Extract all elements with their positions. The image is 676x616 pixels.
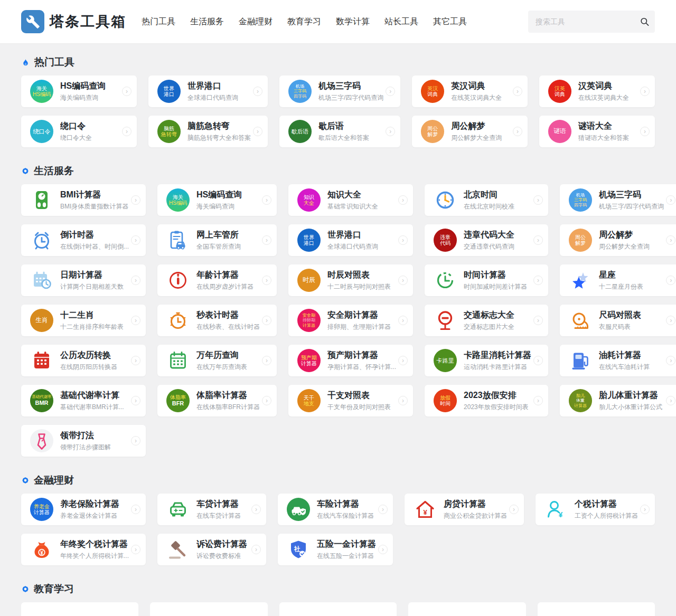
chevron-right-icon: › (262, 316, 271, 325)
top-bar: 塔条工具箱 热门工具生活服务金融理财教育学习数学计算站长工具其它工具 (0, 0, 676, 44)
tool-card-partial[interactable] (408, 602, 525, 616)
tool-card[interactable]: 周公解梦周公解梦周公解梦大全查询› (412, 116, 528, 147)
chevron-right-icon: › (640, 87, 650, 96)
tool-card[interactable]: 秒表计时器在线秒表、在线计时器› (157, 305, 277, 336)
search-input[interactable] (528, 11, 655, 33)
tool-desc: 在线汉英词典大全 (578, 93, 638, 102)
nav-item-5[interactable]: 数学计算 (332, 12, 373, 32)
section-header: 教育学习 (21, 583, 655, 595)
tool-card[interactable]: 油耗计算器在线汽车油耗计算› (560, 345, 676, 376)
tool-info: 年龄计算器在线周岁虚岁计算器 (196, 270, 260, 291)
chevron-right-icon: › (131, 356, 140, 365)
tool-card[interactable]: 领带打法领带打法步骤图解› (21, 425, 146, 457)
tool-card[interactable]: 海关HS编码HS编码查询海关编码查询› (157, 184, 277, 216)
chevron-right-icon: › (131, 235, 140, 245)
tool-card[interactable]: 社五险一金计算器在线五险一金计算器› (278, 534, 393, 565)
tool-card[interactable]: 车险计算器在线汽车保险计算器› (278, 494, 393, 525)
nav-item-3[interactable]: 金融理财 (235, 12, 276, 32)
tool-card-partial[interactable] (21, 602, 138, 616)
tool-desc: 在线汽车油耗计算 (599, 363, 664, 372)
tool-info: 网上车管所全国车管所查询 (196, 230, 260, 251)
tool-card[interactable]: 安全期排卵期计算器安全期计算器排卵期、生理期计算器› (288, 305, 413, 336)
text-badge-icon: 周公解梦 (421, 120, 444, 143)
tool-card-partial[interactable] (150, 602, 267, 616)
tool-card-partial[interactable] (538, 602, 655, 616)
tool-desc: 全国车管所查询 (196, 242, 260, 251)
tool-card[interactable]: 日期计算器计算两个日期相差天数› (21, 264, 146, 296)
tool-card[interactable]: 世界港口世界港口全球港口代码查询› (288, 224, 413, 256)
text-badge-icon: 生肖 (30, 309, 53, 332)
tool-card[interactable]: 海关HS编码HS编码查询海关编码查询› (21, 75, 137, 107)
tool-card[interactable]: 公历农历转换在线阴历阳历转换器› (21, 345, 146, 376)
tool-card[interactable]: ¥房贷计算器商业公积金贷款计算器› (405, 494, 524, 525)
svg-text:¥: ¥ (40, 550, 43, 556)
nav-item-7[interactable]: 其它工具 (429, 12, 471, 32)
tool-info: 歇后语歇后语大全和答案 (318, 121, 383, 143)
tool-card[interactable]: 汉英词典汉英词典在线汉英词典大全› (539, 75, 655, 107)
tool-info: 英汉词典在线英汉词典大全 (451, 81, 511, 102)
tool-card[interactable]: ¥个税计算器工资个人所得税计算器› (536, 494, 655, 525)
tool-card[interactable]: 歇后语歇后语歇后语大全和答案› (279, 116, 400, 147)
tool-card[interactable]: 年龄计算器在线周岁虚岁计算器› (157, 264, 277, 296)
nav-item-4[interactable]: 教育学习 (284, 12, 325, 32)
tool-title: 车险计算器 (317, 499, 376, 510)
tool-card[interactable]: 英汉词典英汉词典在线英汉词典大全› (412, 75, 528, 107)
search-icon[interactable] (640, 17, 650, 27)
tool-card[interactable]: 脑筋急转弯脑筋急转弯脑筋急转弯大全和答案› (148, 116, 268, 147)
tool-card[interactable]: 世界港口世界港口全球港口代码查询› (148, 75, 268, 107)
tool-card[interactable]: 绕口令绕口令绕口令大全› (21, 116, 137, 147)
tool-card[interactable]: 卡路里卡路里消耗计算器运动消耗卡路里计算器› (425, 345, 548, 376)
search-box (528, 11, 655, 33)
tool-card[interactable]: 生肖十二生肖十二生肖排序和年龄表› (21, 305, 146, 336)
tool-info: 交通标志大全交通标志图片大全 (464, 310, 531, 331)
tool-card[interactable]: ¥年终奖个税计算器年终奖个人所得税计算...› (21, 534, 146, 565)
tool-card[interactable]: 车贷计算器在线车贷计算器› (157, 494, 266, 525)
clipboard-car-icon (166, 229, 190, 252)
logo[interactable]: 塔条工具箱 (21, 10, 126, 33)
tool-desc: 排卵期、生理期计算器 (327, 323, 396, 331)
tool-card[interactable]: 天干地支干支对照表干支年份及时间对照表› (288, 385, 413, 416)
nav-item-1[interactable]: 热门工具 (138, 12, 179, 32)
tool-card[interactable]: 知识大全知识大全基础常识知识大全› (288, 184, 413, 216)
tool-card[interactable]: 胎儿体重计算器胎儿体重计算器胎儿大小体重计算公式› (560, 385, 676, 416)
tool-card[interactable]: 养老金计算器养老保险计算器养老金退休金计算器› (21, 494, 146, 525)
chevron-right-icon: › (262, 195, 271, 205)
text-badge-icon: 机场三字码四字码 (569, 188, 592, 212)
tool-card[interactable]: 体脂率BFR体脂率计算器在线体脂率BFR计算器› (157, 385, 277, 416)
tool-card[interactable]: 机场三字码四字码机场三字码机场三字/四字代码查询› (560, 184, 676, 216)
tool-card[interactable]: 违章代码违章代码大全交通违章代码查询› (425, 224, 548, 256)
tool-card[interactable]: 预产期计算器预产期计算器孕期计算器、怀孕计算...› (288, 345, 413, 376)
tool-card-partial[interactable] (279, 602, 397, 616)
chevron-right-icon: › (386, 87, 395, 96)
chevron-right-icon: › (131, 316, 140, 325)
tool-card[interactable]: 基础代谢率BMR基础代谢率计算基础代谢率BMR计算...› (21, 385, 146, 416)
tool-title: 歇后语 (318, 121, 383, 132)
tool-card[interactable]: 时辰时辰对照表十二时辰与时间对照表› (288, 264, 413, 296)
tool-card[interactable]: 网上车管所全国车管所查询› (157, 224, 277, 256)
gear-icon (21, 167, 30, 175)
nav-item-2[interactable]: 生活服务 (186, 12, 228, 32)
tool-title: 违章代码大全 (464, 230, 531, 241)
tool-card[interactable]: 交通标志大全交通标志图片大全› (425, 305, 548, 336)
tool-card[interactable]: 万年历查询在线万年历查询表› (157, 345, 277, 376)
tool-desc: 周公解梦大全查询 (451, 134, 511, 143)
nav-item-6[interactable]: 站长工具 (381, 12, 422, 32)
tool-title: 英汉词典 (451, 81, 511, 92)
tool-desc: 周公解梦大全查询 (599, 242, 664, 251)
tool-info: 绕口令绕口令大全 (60, 121, 120, 143)
tool-card[interactable]: 尺码对照表衣服尺码表› (560, 305, 676, 336)
tool-card[interactable]: 谜语谜语大全猜谜语大全和答案› (539, 116, 655, 147)
tool-card[interactable]: 时间计算器时间加减时间差计算器› (425, 264, 548, 296)
tool-card[interactable]: BMI计算器BMI身体质量指数计算器› (21, 184, 146, 216)
tool-card[interactable]: 放假时间2023放假安排2023年放假安排时间表› (425, 385, 548, 416)
tool-title: 时辰对照表 (327, 270, 396, 281)
tool-card[interactable]: 星座十二星座月份表› (560, 264, 676, 296)
tool-desc: 胎儿大小体重计算公式 (599, 403, 664, 412)
tool-card[interactable]: 诉讼费计算器诉讼费收费标准› (157, 534, 266, 565)
tool-card[interactable]: 机场三字码四字码机场三字码机场三字/四字代码查询› (279, 75, 400, 107)
tool-desc: 干支年份及时间对照表 (327, 403, 396, 412)
tool-card[interactable]: 倒计时器在线倒计时器、时间倒...› (21, 224, 146, 256)
tool-title: 网上车管所 (196, 230, 260, 241)
tool-card[interactable]: 周公解梦周公解梦周公解梦大全查询› (560, 224, 676, 256)
tool-card[interactable]: 北京时间在线北京时间校准› (425, 184, 548, 216)
